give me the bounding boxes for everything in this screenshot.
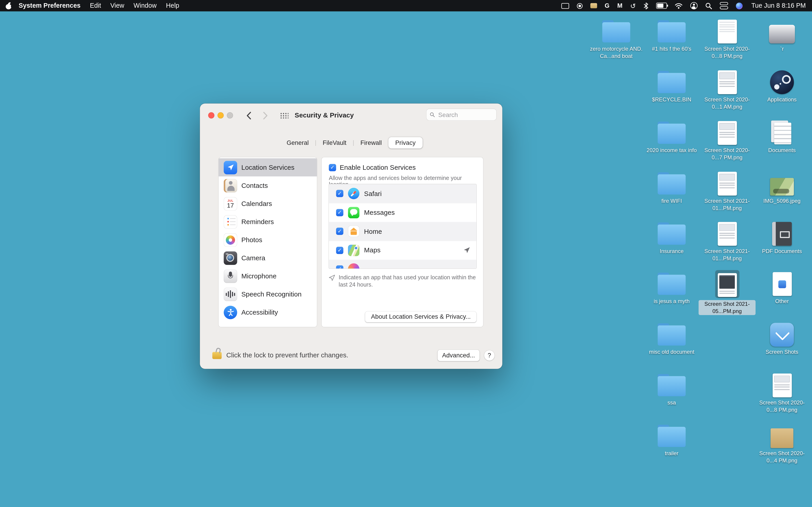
assistant-icon[interactable] (736, 0, 743, 11)
partial-app-icon (348, 264, 359, 269)
sidebar-item-photos[interactable]: Photos (219, 231, 317, 249)
search-input[interactable] (437, 110, 493, 119)
privacy-sidebar: Location Services Contacts JUL 17 Calend… (219, 157, 317, 327)
desktop-icon-screenshot-4[interactable]: Screen Shot 2021-01...PM.png (699, 170, 755, 212)
desktop-icon-img-5096[interactable]: IMG_5096.jpeg (754, 170, 810, 205)
desktop-icon-label: Screen Shot 2020-0...7 PM.png (700, 147, 754, 161)
sidebar-item-accessibility[interactable]: Accessibility (219, 303, 317, 321)
minimize-button[interactable] (217, 112, 223, 118)
desktop-icon-is-jesus-a-myth[interactable]: is jesus a myth (643, 270, 700, 305)
desktop-icon-label: Screen Shot 2020-0...8 PM.png (700, 46, 754, 60)
desktop-icon-label: is jesus a myth (654, 298, 690, 305)
sidebar-item-location-services[interactable]: Location Services (219, 158, 317, 176)
about-location-services-button[interactable]: About Location Services & Privacy... (365, 312, 476, 322)
desktop-icon-insurance[interactable]: Insurance (643, 220, 700, 255)
desktop-icon-applications[interactable]: Applications (754, 68, 810, 103)
olm-file-icon (772, 272, 792, 296)
help-button[interactable]: ? (484, 350, 495, 360)
folder-icon (658, 174, 686, 194)
messages-checkbox[interactable]: ✓ (336, 209, 343, 216)
sidebar-item-label: Speech Recognition (241, 290, 302, 298)
sidebar-item-contacts[interactable]: Contacts (219, 176, 317, 194)
desktop-icon-screenshot-selected[interactable]: Screen Shot 2021-05...PM.png (699, 270, 755, 315)
desktop-icon-screenshot-2[interactable]: Screen Shot 2020-0...1 AM.png (699, 68, 755, 110)
desktop-icon-screenshot-5[interactable]: Screen Shot 2021-01...PM.png (699, 220, 755, 262)
desktop-icon-zero-motorcycle[interactable]: zero motorcycle AND. Ca...and boat (588, 18, 645, 60)
messages-icon (348, 207, 359, 218)
gmail-icon[interactable]: M (617, 0, 622, 11)
calendar-icon: JUL 17 (223, 197, 237, 210)
wifi-icon[interactable] (675, 0, 682, 11)
desktop-icon-other[interactable]: Other (754, 270, 810, 305)
screen-mirroring-icon[interactable] (561, 0, 569, 11)
desktop-icon-recycle-bin[interactable]: $RECYCLE.BIN (643, 68, 700, 103)
desktop-icon-label: fire WIFI (661, 198, 682, 205)
desktop-icon-hits-of-60s[interactable]: #1 hits f the 60's (643, 18, 700, 53)
enable-location-services-checkbox[interactable]: ✓ (329, 164, 336, 171)
desktop-icon-label: trailer (665, 450, 678, 457)
desktop-icon-screenshot-1[interactable]: Screen Shot 2020-0...8 PM.png (699, 18, 755, 60)
desktop-icon-screenshot-6[interactable]: Screen Shot 2020-0...8 PM.png (754, 372, 810, 413)
folder-icon (658, 275, 686, 295)
close-button[interactable] (208, 112, 214, 118)
show-all-grid-icon[interactable] (280, 112, 289, 118)
menu-view[interactable]: View (106, 0, 129, 11)
maps-checkbox[interactable]: ✓ (336, 247, 343, 254)
tab-firewall[interactable]: Firewall (354, 137, 389, 149)
desktop-icon-screenshot-3[interactable]: Screen Shot 2020-0...7 PM.png (699, 119, 755, 161)
desktop-icon-misc-old-document[interactable]: misc old document (643, 321, 700, 356)
sidebar-item-microphone[interactable]: Microphone (219, 267, 317, 285)
location-services-icon (223, 161, 237, 174)
sidebar-item-label: Camera (241, 254, 265, 262)
tab-general[interactable]: General (280, 137, 315, 149)
back-button[interactable] (245, 111, 252, 119)
sidebar-item-reminders[interactable]: Reminders (219, 213, 317, 231)
desktop-icon-screenshot-7[interactable]: Screen Shot 2020-0...4 PM.png (754, 422, 810, 464)
apple-menu-icon[interactable] (5, 2, 12, 9)
menu-help[interactable]: Help (161, 0, 184, 11)
desktop-icon-documents[interactable]: Documents (754, 119, 810, 154)
battery-icon[interactable] (656, 0, 667, 11)
spotlight-icon[interactable] (705, 0, 712, 11)
zoom-button[interactable] (227, 112, 233, 118)
desktop-icon-ssa[interactable]: ssa (643, 372, 700, 406)
search-field[interactable] (426, 109, 497, 121)
sidebar-item-speech-recognition[interactable]: Speech Recognition (219, 285, 317, 303)
speech-recognition-icon (223, 287, 237, 301)
lock-hint-text: Click the lock to prevent further change… (226, 350, 348, 360)
sidebar-item-calendars[interactable]: JUL 17 Calendars (219, 194, 317, 213)
location-apps-list: ✓ Safari ✓ Messages ✓ Home ✓ Map (329, 184, 476, 269)
menu-edit[interactable]: Edit (85, 0, 106, 11)
menu-app-name[interactable]: System Preferences (14, 0, 85, 11)
folder-icon (658, 326, 686, 346)
home-checkbox[interactable]: ✓ (336, 228, 343, 235)
tab-filevault[interactable]: FileVault (316, 137, 353, 149)
menu-window[interactable]: Window (129, 0, 161, 11)
desktop-icon-drive-r[interactable]: `r (754, 18, 810, 53)
desktop-icon-trailer[interactable]: trailer (643, 422, 700, 457)
menu-bar-status-area: G M ↺ Tue Jun 8 8:16 PM (561, 0, 806, 11)
partial-checkbox[interactable]: ✓ (336, 266, 343, 269)
tab-bar: General FileVault Firewall Privacy (200, 136, 502, 149)
sidebar-item-camera[interactable]: Camera (219, 249, 317, 267)
sidebar-item-label: Microphone (241, 272, 276, 280)
desktop-icon-income-tax[interactable]: 2020 income tax info (643, 119, 700, 154)
desktop-icon-label: $RECYCLE.BIN (652, 96, 691, 103)
desktop-icon-screen-shots[interactable]: Screen Shots (754, 321, 810, 356)
desktop-icon-pdf-documents[interactable]: PDF Documents (754, 220, 810, 255)
desktop-icon-fire-wifi[interactable]: fire WIFI (643, 170, 700, 205)
tab-privacy[interactable]: Privacy (389, 137, 422, 149)
keyboard-app-icon[interactable] (590, 0, 597, 11)
safari-checkbox[interactable]: ✓ (336, 190, 343, 197)
advanced-button[interactable]: Advanced... (438, 350, 479, 361)
grammarly-icon[interactable]: G (605, 0, 609, 11)
unlocked-padlock-icon[interactable] (212, 352, 221, 359)
user-account-icon[interactable] (690, 0, 698, 11)
time-machine-icon[interactable]: ↺ (630, 0, 636, 11)
forward-button[interactable] (261, 111, 269, 119)
menu-clock[interactable]: Tue Jun 8 8:16 PM (751, 2, 806, 9)
control-center-icon[interactable] (720, 0, 728, 11)
bluetooth-icon[interactable] (644, 0, 648, 11)
folder-icon (658, 73, 686, 93)
record-icon[interactable] (576, 0, 582, 11)
